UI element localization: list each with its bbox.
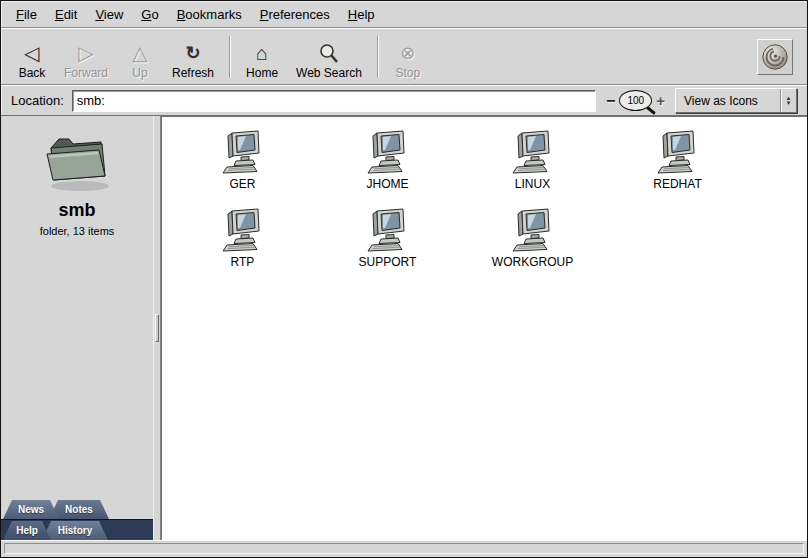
file-label: SUPPORT — [359, 255, 417, 269]
magnifier-icon — [318, 39, 340, 65]
home-label: Home — [246, 66, 278, 80]
file-item-ger[interactable]: GER — [178, 129, 308, 201]
refresh-label: Refresh — [172, 66, 214, 80]
menu-bar: File Edit View Go Bookmarks Preferences … — [1, 1, 807, 28]
stop-icon: ⊗ — [400, 39, 415, 65]
up-button[interactable]: △ Up — [117, 32, 163, 82]
toolbar-separator — [229, 36, 231, 78]
zoom-in-icon[interactable]: + — [656, 92, 665, 109]
zoom-control: − 100 + — [606, 90, 665, 111]
file-label: REDHAT — [653, 177, 701, 191]
sidebar-tab-row-2: Help History — [1, 519, 153, 540]
sidebar-tabs: News Notes Help History — [1, 499, 153, 540]
web-search-label: Web Search — [296, 66, 362, 80]
menu-edit[interactable]: Edit — [46, 3, 86, 26]
file-label: WORKGROUP — [492, 255, 573, 269]
location-input[interactable] — [72, 90, 596, 112]
stop-label: Stop — [396, 66, 421, 80]
computer-icon — [509, 129, 557, 175]
menu-help[interactable]: Help — [339, 3, 384, 26]
sidebar-tab-help[interactable]: Help — [3, 521, 51, 540]
computer-icon — [364, 129, 412, 175]
sidebar-tab-notes[interactable]: Notes — [49, 500, 109, 519]
file-item-support[interactable]: SUPPORT — [323, 207, 453, 279]
zoom-out-icon[interactable]: − — [606, 92, 615, 110]
dropdown-arrows-icon: ▲▼ — [780, 89, 796, 112]
view-mode-dropdown[interactable]: View as Icons ▲▼ — [675, 88, 797, 113]
file-label: GER — [229, 177, 255, 191]
back-arrow-icon: ◁ — [24, 39, 39, 65]
location-label: Location: — [11, 93, 64, 108]
sidebar-folder-subtitle: folder, 13 items — [1, 225, 153, 237]
file-item-workgroup[interactable]: WORKGROUP — [468, 207, 598, 279]
computer-icon — [219, 207, 267, 253]
file-item-redhat[interactable]: REDHAT — [613, 129, 743, 201]
file-label: JHOME — [367, 177, 409, 191]
home-button[interactable]: ⌂ Home — [237, 32, 287, 82]
toolbar: ◁ Back ▷ Forward △ Up ↻ Refresh ⌂ Home — [1, 28, 807, 85]
computer-icon — [364, 207, 412, 253]
menu-view[interactable]: View — [86, 3, 132, 26]
file-label: LINUX — [515, 177, 550, 191]
nautilus-window: File Edit View Go Bookmarks Preferences … — [0, 0, 808, 558]
folder-icon — [39, 130, 115, 194]
status-bar — [1, 540, 807, 557]
location-bar: Location: − 100 + View as Icons ▲▼ — [1, 85, 807, 116]
computer-icon — [654, 129, 702, 175]
status-text — [4, 543, 804, 554]
view-mode-label: View as Icons — [684, 94, 758, 108]
home-icon: ⌂ — [256, 39, 268, 65]
nautilus-throbber-icon[interactable] — [757, 39, 793, 75]
menu-go[interactable]: Go — [132, 3, 167, 26]
back-button[interactable]: ◁ Back — [9, 32, 55, 82]
menu-file[interactable]: File — [7, 3, 46, 26]
sidebar-info: smb folder, 13 items — [1, 116, 153, 237]
zoom-level-indicator[interactable]: 100 — [619, 90, 652, 111]
back-label: Back — [19, 66, 46, 80]
sidebar: smb folder, 13 items News Notes Help His… — [1, 116, 153, 540]
icon-grid: GER JHOME LINUX REDHAT RTP — [162, 117, 807, 279]
sidebar-tab-news[interactable]: News — [3, 500, 59, 519]
forward-arrow-icon: ▷ — [78, 39, 93, 65]
splitter-handle-icon[interactable] — [155, 314, 159, 342]
toolbar-separator — [377, 36, 379, 78]
file-view: GER JHOME LINUX REDHAT RTP — [161, 116, 807, 540]
stop-button[interactable]: ⊗ Stop — [385, 32, 431, 82]
menu-bookmarks[interactable]: Bookmarks — [168, 3, 251, 26]
refresh-button[interactable]: ↻ Refresh — [163, 32, 223, 82]
file-item-jhome[interactable]: JHOME — [323, 129, 453, 201]
main-area: smb folder, 13 items News Notes Help His… — [1, 116, 807, 540]
computer-icon — [219, 129, 267, 175]
sidebar-tab-history[interactable]: History — [42, 521, 108, 540]
sidebar-folder-title: smb — [1, 200, 153, 221]
file-item-linux[interactable]: LINUX — [468, 129, 598, 201]
file-item-rtp[interactable]: RTP — [178, 207, 308, 279]
refresh-icon: ↻ — [185, 39, 200, 65]
forward-label: Forward — [64, 66, 108, 80]
forward-button[interactable]: ▷ Forward — [55, 32, 117, 82]
web-search-button[interactable]: Web Search — [287, 32, 371, 82]
pane-splitter[interactable] — [153, 116, 161, 540]
up-label: Up — [132, 66, 147, 80]
file-label: RTP — [231, 255, 255, 269]
menu-preferences[interactable]: Preferences — [251, 3, 339, 26]
up-arrow-icon: △ — [132, 39, 147, 65]
sidebar-tab-row-1: News Notes — [1, 499, 153, 519]
computer-icon — [509, 207, 557, 253]
